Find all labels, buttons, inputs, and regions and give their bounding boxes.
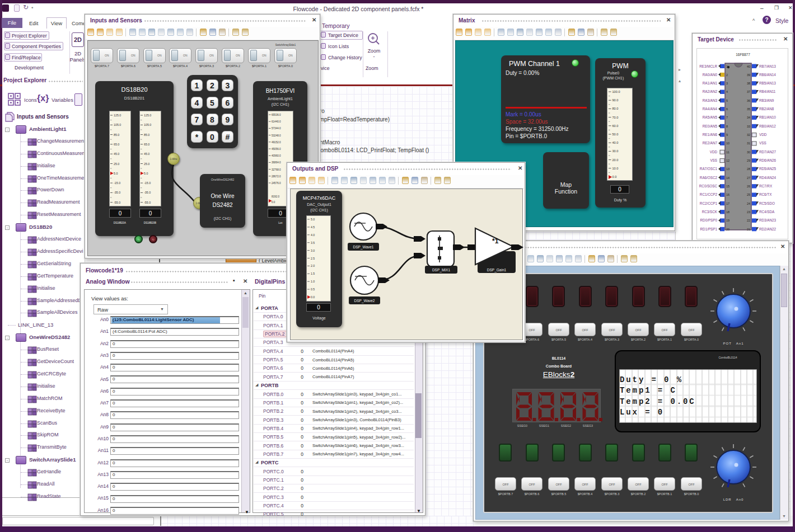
svg-text:*1: *1	[492, 237, 499, 245]
svg-text:39: 39	[747, 73, 750, 77]
svg-text:31: 31	[747, 142, 750, 145]
svg-text:RB0/AN12: RB0/AN12	[759, 124, 776, 128]
svg-text:9: 9	[726, 133, 728, 136]
svg-text:80.0: 80.0	[612, 107, 619, 110]
svg-text:RC5/SDO: RC5/SDO	[759, 201, 775, 205]
svg-text:61440.0: 61440.0	[272, 120, 281, 123]
svg-text:24: 24	[747, 202, 750, 205]
svg-text:23: 23	[747, 210, 750, 214]
svg-text:VDD: VDD	[759, 133, 767, 136]
svg-text:13: 13	[726, 167, 729, 171]
svg-text:DSP_Gain1: DSP_Gain1	[487, 268, 507, 272]
svg-text:8192.0: 8192.0	[272, 195, 279, 198]
svg-text:RB2/AN8: RB2/AN8	[759, 107, 774, 111]
svg-text:15: 15	[726, 185, 729, 188]
svg-text:27: 27	[747, 176, 750, 180]
svg-text:RA1/AN1: RA1/AN1	[703, 81, 718, 85]
svg-text:RE1/AN6: RE1/AN6	[703, 133, 718, 136]
svg-text:20: 20	[726, 228, 729, 231]
svg-text:90.0: 90.0	[612, 98, 619, 102]
svg-text:0.0: 0.0	[612, 175, 617, 178]
svg-text:RD0/PSP0: RD0/PSP0	[700, 218, 718, 222]
svg-text:11: 11	[726, 150, 729, 154]
svg-text:RD4/AN24: RD4/AN24	[759, 176, 777, 180]
svg-text:30: 30	[747, 150, 750, 154]
svg-text:RE3/MCLR: RE3/MCLR	[699, 64, 717, 68]
svg-text:40: 40	[747, 65, 750, 68]
svg-text:RB4/AN11: RB4/AN11	[759, 90, 776, 93]
svg-text:RA2/AN2: RA2/AN2	[703, 90, 718, 93]
svg-text:19: 19	[726, 219, 729, 222]
svg-text:18: 18	[726, 210, 729, 214]
svg-text:25: 25	[747, 193, 750, 196]
svg-text:12: 12	[726, 159, 729, 162]
svg-text:30.0: 30.0	[612, 149, 619, 153]
svg-text:DSP_MIX1: DSP_MIX1	[432, 268, 451, 272]
svg-text:RC7/RX: RC7/RX	[759, 184, 773, 188]
svg-text:36: 36	[747, 99, 750, 102]
svg-text:37: 37	[747, 90, 750, 93]
svg-text:DSP_Wave1: DSP_Wave1	[353, 245, 374, 249]
svg-text:14: 14	[726, 176, 729, 180]
svg-text:70.0: 70.0	[612, 116, 619, 119]
svg-text:24576.0: 24576.0	[272, 182, 281, 185]
svg-text:RA7/OSC1: RA7/OSC1	[700, 167, 718, 171]
svg-text:45056.0: 45056.0	[272, 148, 281, 150]
svg-text:28672.0: 28672.0	[272, 175, 281, 178]
svg-text:10.0: 10.0	[612, 167, 619, 170]
svg-text:RB6/AN14: RB6/AN14	[759, 73, 776, 77]
svg-text:33: 33	[747, 125, 750, 128]
svg-text:8: 8	[726, 125, 728, 128]
svg-text:2: 2	[726, 73, 728, 77]
svg-text:0.0: 0.0	[272, 201, 275, 204]
svg-text:17: 17	[726, 202, 729, 205]
svg-text:32768.0: 32768.0	[272, 168, 281, 171]
svg-text:20.0: 20.0	[612, 158, 619, 162]
svg-text:RD5/AN25: RD5/AN25	[759, 167, 777, 171]
svg-text:22: 22	[747, 219, 750, 222]
svg-text:57344.0: 57344.0	[272, 127, 281, 130]
svg-text:4: 4	[726, 90, 728, 93]
svg-text:35: 35	[747, 107, 750, 111]
svg-text:7: 7	[726, 116, 728, 119]
svg-text:RA6/OSC2: RA6/OSC2	[700, 176, 718, 180]
svg-text:10: 10	[726, 142, 729, 145]
svg-text:29: 29	[747, 159, 750, 162]
svg-text:RA3/AN3: RA3/AN3	[703, 98, 718, 102]
svg-text:RC6/TX: RC6/TX	[759, 192, 772, 196]
svg-text:RD7/AN27: RD7/AN27	[759, 150, 777, 154]
svg-text:32: 32	[747, 133, 750, 136]
svg-text:36864.0: 36864.0	[272, 161, 281, 164]
svg-text:16: 16	[726, 193, 729, 196]
svg-text:28: 28	[747, 167, 750, 171]
svg-text:40960.0: 40960.0	[272, 154, 281, 157]
svg-text:RD3/AN23: RD3/AN23	[759, 218, 777, 222]
svg-text:RB7/AN13: RB7/AN13	[759, 64, 776, 68]
svg-text:26: 26	[747, 185, 750, 188]
svg-text:21: 21	[747, 228, 750, 231]
svg-text:RC2/CCP1: RC2/CCP1	[700, 201, 718, 205]
svg-text:RA0/AN0: RA0/AN0	[703, 73, 718, 77]
svg-text:3: 3	[726, 82, 728, 85]
svg-text:RD1/PSP1: RD1/PSP1	[700, 227, 718, 231]
svg-text:5: 5	[726, 99, 728, 102]
svg-text:RB5/AN13: RB5/AN13	[759, 81, 776, 85]
svg-text:40.0: 40.0	[612, 141, 619, 144]
svg-text:53248.0: 53248.0	[272, 134, 281, 137]
svg-text:RA5/AN5: RA5/AN5	[703, 115, 718, 119]
svg-text:65536.0: 65536.0	[272, 114, 281, 116]
svg-text:RB3/AN9: RB3/AN9	[759, 98, 774, 102]
svg-text:RC0/SOSC: RC0/SOSC	[699, 184, 718, 188]
svg-text:1: 1	[726, 65, 728, 68]
svg-text:50.0: 50.0	[612, 133, 619, 136]
svg-text:RB1/AN10: RB1/AN10	[759, 115, 776, 119]
svg-text:VDD: VDD	[710, 150, 718, 154]
svg-text:RA4/AN4: RA4/AN4	[703, 107, 718, 111]
svg-text:60.0: 60.0	[612, 124, 619, 128]
svg-text:RC3/SCK: RC3/SCK	[702, 210, 718, 214]
svg-text:RD6/AN26: RD6/AN26	[759, 158, 777, 162]
svg-text:6: 6	[726, 107, 728, 111]
svg-text:34: 34	[747, 116, 750, 119]
svg-text:100.0: 100.0	[612, 90, 620, 93]
svg-text:RD2/AN22: RD2/AN22	[759, 227, 777, 231]
